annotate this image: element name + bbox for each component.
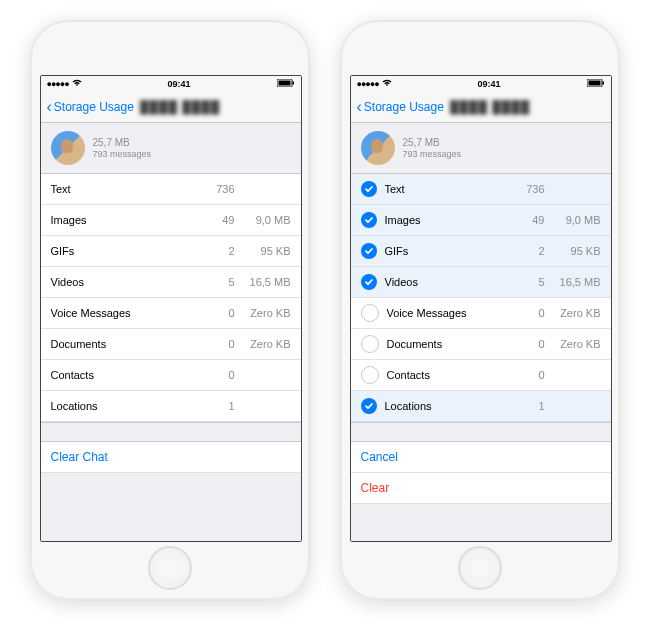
contact-name: ████ ████ xyxy=(450,100,530,114)
category-bytes: 16,5 MB xyxy=(235,276,291,288)
category-label: Images xyxy=(385,214,505,226)
home-button[interactable] xyxy=(148,546,192,590)
signal-dots-icon: ●●●●● xyxy=(357,79,379,89)
checkmark-off-icon[interactable] xyxy=(361,366,379,384)
wifi-icon xyxy=(382,79,392,89)
battery-icon xyxy=(587,79,605,89)
checkmark-off-icon[interactable] xyxy=(361,304,379,322)
category-list: Text736Images499,0 MBGIFs295 KBVideos516… xyxy=(351,174,611,422)
category-row: Documents0Zero KB xyxy=(41,329,301,360)
category-count: 5 xyxy=(195,276,235,288)
category-row[interactable]: Contacts0 xyxy=(351,360,611,391)
clear-button[interactable]: Clear xyxy=(351,473,611,504)
category-bytes: Zero KB xyxy=(545,338,601,350)
category-count: 5 xyxy=(505,276,545,288)
summary-messages: 793 messages xyxy=(93,149,152,160)
checkmark-on-icon[interactable] xyxy=(361,212,377,228)
nav-bar: ‹ Storage Usage ████ ████ xyxy=(41,92,301,123)
category-row: GIFs295 KB xyxy=(41,236,301,267)
category-count: 0 xyxy=(195,307,235,319)
svg-rect-5 xyxy=(602,82,604,85)
back-label[interactable]: Storage Usage xyxy=(364,100,444,114)
back-chevron-icon[interactable]: ‹ xyxy=(357,99,362,115)
checkmark-on-icon[interactable] xyxy=(361,274,377,290)
category-bytes: Zero KB xyxy=(235,307,291,319)
category-count: 1 xyxy=(195,400,235,412)
chat-summary: 25,7 MB 793 messages xyxy=(41,123,301,174)
svg-rect-4 xyxy=(588,81,600,86)
category-count: 49 xyxy=(505,214,545,226)
category-label: Voice Messages xyxy=(51,307,195,319)
category-list: Text736Images499,0 MBGIFs295 KBVideos516… xyxy=(41,174,301,422)
category-count: 0 xyxy=(505,369,545,381)
status-bar: ●●●●● 09:41 xyxy=(41,76,301,92)
category-row[interactable]: GIFs295 KB xyxy=(351,236,611,267)
category-bytes: Zero KB xyxy=(545,307,601,319)
signal-dots-icon: ●●●●● xyxy=(47,79,69,89)
section-spacer xyxy=(351,422,611,442)
category-row: Contacts0 xyxy=(41,360,301,391)
category-label: Locations xyxy=(385,400,505,412)
category-label: Documents xyxy=(51,338,195,350)
clear-chat-button[interactable]: Clear Chat xyxy=(41,442,301,473)
category-count: 0 xyxy=(505,307,545,319)
contact-name: ████ ████ xyxy=(140,100,220,114)
summary-size: 25,7 MB xyxy=(93,137,152,149)
category-label: Text xyxy=(51,183,195,195)
category-count: 0 xyxy=(195,369,235,381)
status-bar: ●●●●● 09:41 xyxy=(351,76,611,92)
checkmark-on-icon[interactable] xyxy=(361,181,377,197)
category-count: 736 xyxy=(195,183,235,195)
category-label: Videos xyxy=(51,276,195,288)
category-label: Voice Messages xyxy=(387,307,505,319)
category-label: Documents xyxy=(387,338,505,350)
svg-rect-2 xyxy=(292,82,294,85)
category-bytes: 16,5 MB xyxy=(545,276,601,288)
category-bytes: 95 KB xyxy=(545,245,601,257)
category-row: Images499,0 MB xyxy=(41,205,301,236)
category-row[interactable]: Text736 xyxy=(351,174,611,205)
category-count: 0 xyxy=(505,338,545,350)
category-label: Videos xyxy=(385,276,505,288)
category-row: Locations1 xyxy=(41,391,301,422)
category-row[interactable]: Documents0Zero KB xyxy=(351,329,611,360)
category-count: 2 xyxy=(195,245,235,257)
avatar xyxy=(361,131,395,165)
wifi-icon xyxy=(72,79,82,89)
category-label: Images xyxy=(51,214,195,226)
back-label[interactable]: Storage Usage xyxy=(54,100,134,114)
category-count: 736 xyxy=(505,183,545,195)
category-count: 1 xyxy=(505,400,545,412)
battery-icon xyxy=(277,79,295,89)
back-chevron-icon[interactable]: ‹ xyxy=(47,99,52,115)
home-button[interactable] xyxy=(458,546,502,590)
category-count: 2 xyxy=(505,245,545,257)
category-count: 49 xyxy=(195,214,235,226)
checkmark-on-icon[interactable] xyxy=(361,398,377,414)
chat-summary: 25,7 MB 793 messages xyxy=(351,123,611,174)
category-row[interactable]: Videos516,5 MB xyxy=(351,267,611,298)
category-label: GIFs xyxy=(51,245,195,257)
status-time: 09:41 xyxy=(478,79,501,89)
category-label: Locations xyxy=(51,400,195,412)
category-bytes: 9,0 MB xyxy=(545,214,601,226)
avatar xyxy=(51,131,85,165)
summary-messages: 793 messages xyxy=(403,149,462,160)
category-row: Text736 xyxy=(41,174,301,205)
category-bytes: 9,0 MB xyxy=(235,214,291,226)
category-count: 0 xyxy=(195,338,235,350)
svg-rect-1 xyxy=(278,81,290,86)
category-label: Contacts xyxy=(387,369,505,381)
category-label: Contacts xyxy=(51,369,195,381)
cancel-button[interactable]: Cancel xyxy=(351,442,611,473)
category-row[interactable]: Voice Messages0Zero KB xyxy=(351,298,611,329)
category-row: Videos516,5 MB xyxy=(41,267,301,298)
category-row[interactable]: Locations1 xyxy=(351,391,611,422)
category-row[interactable]: Images499,0 MB xyxy=(351,205,611,236)
checkmark-off-icon[interactable] xyxy=(361,335,379,353)
nav-bar: ‹ Storage Usage ████ ████ xyxy=(351,92,611,123)
checkmark-on-icon[interactable] xyxy=(361,243,377,259)
category-label: GIFs xyxy=(385,245,505,257)
section-spacer xyxy=(41,422,301,442)
summary-size: 25,7 MB xyxy=(403,137,462,149)
